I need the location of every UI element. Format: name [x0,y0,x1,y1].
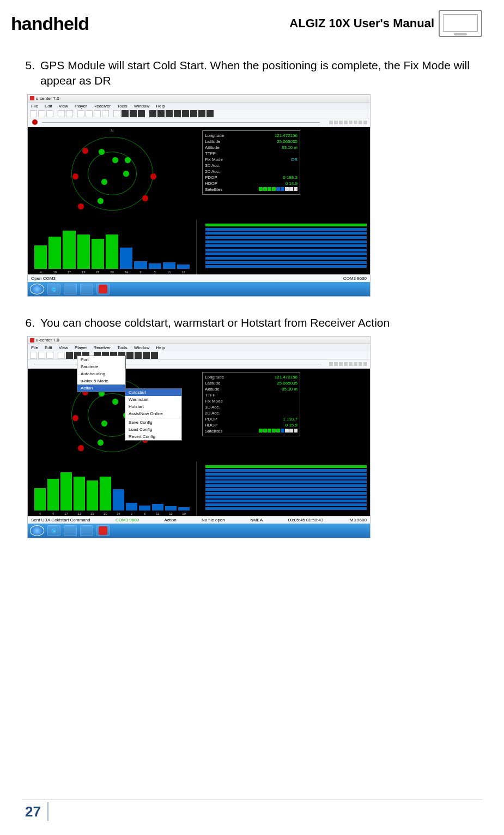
tb-panel8-icon[interactable] [207,110,214,117]
info-label: Satellites [205,187,222,193]
menu-receiver[interactable]: Receiver [94,104,111,109]
tb-panel6-icon[interactable] [190,110,197,117]
tb-panel5-icon[interactable] [126,352,133,359]
satellite-dot [78,445,84,451]
submenu-coldstart[interactable]: Coldstart [125,389,181,396]
submenu-revertconfig[interactable]: Revert Config [125,433,181,440]
taskbar-media-icon[interactable] [80,284,93,295]
tb-sat-icon[interactable] [122,110,129,117]
menu-player[interactable]: Player [75,345,87,350]
menu-edit[interactable]: Edit [45,104,52,109]
timeline-slider[interactable] [42,122,320,123]
submenu-loadconfig[interactable]: Load Config [125,426,181,433]
menu-item-port[interactable]: Port [77,356,125,363]
tb-msg-icon[interactable] [77,110,84,117]
tb-panel7-icon[interactable] [143,352,150,359]
tb-msg4-icon[interactable] [102,110,109,117]
menu-help[interactable]: Help [156,345,165,350]
info-value: 25.065035 [277,380,297,386]
menu-tools[interactable]: Tools [117,104,127,109]
action-submenu: Coldstart Warmstart Hotstart AssistNow O… [125,388,182,441]
submenu-saveconfig[interactable]: Save Config [125,419,181,426]
satellite-indicators [259,429,297,434]
signal-bar-chart: 4101713232034251112 [28,220,197,274]
satellite-dot [78,203,84,209]
taskbar-ucenter-icon[interactable] [96,284,110,295]
tb-panel2-icon[interactable] [157,110,165,117]
tb-panel6-icon[interactable] [135,352,142,359]
record-icon[interactable] [32,119,38,125]
submenu-assistnow[interactable]: AssistNow Online [125,410,181,417]
tb-panel3-icon[interactable] [166,110,173,117]
tb-panel8-icon[interactable] [151,352,158,359]
logo: handheld [11,13,89,34]
start-button-icon[interactable] [30,525,44,536]
taskbar: e [28,524,370,538]
tb-new-icon[interactable] [30,352,37,359]
tb-paste-icon[interactable] [66,110,73,117]
tb-sat-icon[interactable] [66,352,73,359]
taskbar-ucenter-icon[interactable] [96,525,110,536]
taskbar-explorer-icon[interactable] [64,284,77,295]
tb-print-icon[interactable] [46,352,53,359]
menu-edit[interactable]: Edit [45,345,52,350]
menu-item-ublox5[interactable]: u-blox 5 Mode [77,377,125,385]
info-label: Altitude [205,386,220,392]
info-label: HDOP [205,422,217,428]
tb-copy-icon[interactable] [58,110,65,117]
taskbar-explorer-icon[interactable] [64,525,77,536]
taskbar-media-icon[interactable] [80,525,93,536]
step-text: You can choose coldstart, warmstart or H… [40,315,482,331]
menu-window[interactable]: Window [134,345,149,350]
submenu-warmstart[interactable]: Warmstart [125,396,181,403]
tb-panel4-icon[interactable] [174,110,181,117]
tb-panel7-icon[interactable] [198,110,205,117]
info-label: Satellites [205,428,222,434]
tb-print-icon[interactable] [46,110,53,117]
tb-panel5-icon[interactable] [182,110,189,117]
start-button-icon[interactable] [30,284,44,295]
menu-file[interactable]: File [31,345,38,350]
menu-item-autobauding[interactable]: Autobauding [77,370,125,377]
menu-view[interactable]: View [59,104,68,109]
tb-world-icon[interactable] [113,110,120,117]
status-file: No file open [202,518,225,522]
info-pane: Longitude121.472156 Latitude25.065035 Al… [197,369,370,461]
tb-world-icon[interactable] [58,352,65,359]
info-value: 1 110.7 [283,416,297,422]
info-value: 85.30 m [282,386,297,392]
info-value: 0 14.9 [286,181,297,187]
step-number: 5. [22,58,40,89]
tb-new-icon[interactable] [30,110,37,117]
menu-file[interactable]: File [31,104,38,109]
tb-signal-icon[interactable] [130,110,137,117]
tb-save-icon[interactable] [38,110,45,117]
menu-help[interactable]: Help [156,104,165,109]
taskbar-ie-icon[interactable]: e [47,284,60,295]
tb-panel-icon[interactable] [149,110,156,117]
signal-history-chart [197,461,370,516]
menu-item-baudrate[interactable]: Baudrate [77,363,125,370]
info-label: Longitude [205,133,224,139]
tb-msg3-icon[interactable] [94,110,101,117]
window-title: u-center 7.0 [36,96,59,101]
menu-tools[interactable]: Tools [117,345,127,350]
bar-charts: 44171323203425111210 [28,461,370,516]
sky-view: N [28,127,197,220]
menu-window[interactable]: Window [134,104,149,109]
submenu-hotstart[interactable]: Hotstart [125,403,181,410]
info-label: PDOP [205,175,217,181]
status-left: Sent UBX Coldstart Command [31,518,90,522]
menu-receiver[interactable]: Receiver [94,345,111,350]
indicator-squares [329,362,368,367]
taskbar-ie-icon[interactable]: e [47,525,60,536]
statusbar: Open COM3 COM3 9600 [28,274,370,282]
menu-player[interactable]: Player [75,104,87,109]
tb-data-icon[interactable] [138,110,145,117]
footer-divider [47,802,48,821]
menu-view[interactable]: View [59,345,68,350]
satellite-dot [101,179,107,185]
tb-msg2-icon[interactable] [86,110,93,117]
menu-item-action[interactable]: Action [77,385,125,392]
tb-save-icon[interactable] [38,352,45,359]
